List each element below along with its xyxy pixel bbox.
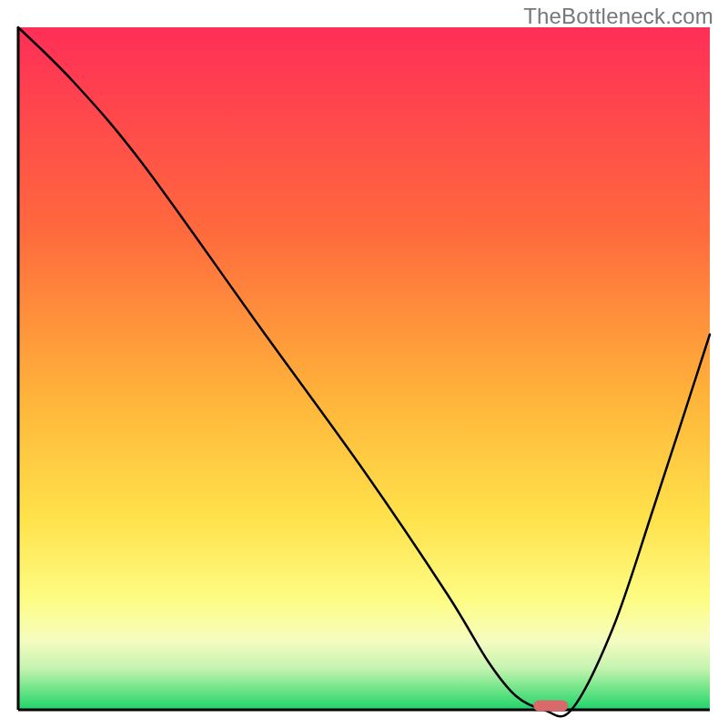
optimal-marker (533, 701, 568, 712)
chart-svg (0, 0, 728, 728)
watermark-text: TheBottleneck.com (523, 4, 713, 29)
gradient-background (18, 27, 710, 710)
chart-container: { "watermark": "TheBottleneck.com", "cha… (0, 0, 728, 728)
